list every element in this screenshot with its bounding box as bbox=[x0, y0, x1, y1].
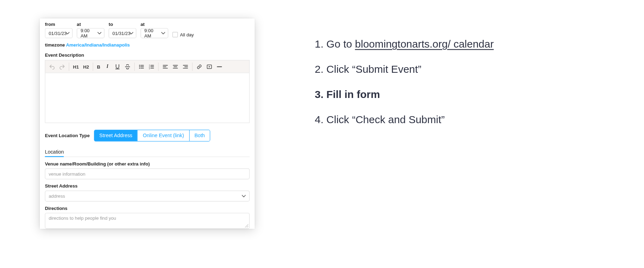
instructions-list: Go to bloomingtonarts.org/ calendar Clic… bbox=[310, 35, 494, 128]
location-type-row: Event Location Type Street Address Onlin… bbox=[45, 130, 250, 142]
location-type-both[interactable]: Both bbox=[189, 130, 210, 141]
to-date-select[interactable]: 01/31/23 bbox=[109, 28, 136, 38]
venue-placeholder: venue information bbox=[49, 171, 85, 176]
toolbar-separator bbox=[134, 62, 135, 71]
strikethrough-button[interactable] bbox=[122, 62, 133, 72]
video-button[interactable] bbox=[204, 62, 214, 72]
from-time-value: 9:00 AM bbox=[80, 28, 95, 38]
chevron-down-icon bbox=[242, 194, 246, 198]
at1-label: at bbox=[77, 22, 105, 27]
directions-label: Directions bbox=[45, 206, 250, 211]
toolbar-separator bbox=[158, 62, 158, 71]
from-time-select[interactable]: 9:00 AM bbox=[77, 28, 105, 38]
directions-textarea[interactable]: directions to help people find you bbox=[45, 213, 250, 229]
instructions-panel: Go to bloomingtonarts.org/ calendar Clic… bbox=[310, 35, 494, 136]
numbered-list-button[interactable]: 123 bbox=[146, 62, 157, 72]
resize-handle-icon[interactable] bbox=[244, 223, 248, 227]
address-placeholder: address bbox=[49, 193, 65, 198]
from-date-value: 01/31/23 bbox=[49, 31, 66, 36]
toolbar-separator bbox=[93, 62, 93, 71]
timezone-label: timezone bbox=[45, 42, 66, 47]
location-tab[interactable]: Location bbox=[45, 149, 64, 157]
svg-point-0 bbox=[139, 65, 140, 66]
allday-checkbox[interactable] bbox=[172, 32, 178, 37]
underline-button[interactable] bbox=[113, 62, 123, 72]
horizontal-rule-button[interactable] bbox=[214, 62, 224, 72]
chevron-down-icon bbox=[161, 31, 165, 35]
venue-label: Venue name/Room/Building (or other extra… bbox=[45, 161, 250, 166]
svg-point-1 bbox=[139, 66, 140, 67]
allday-wrapper: All day bbox=[172, 32, 194, 37]
timezone-line: timezone America/Indiana/Indianapolis bbox=[45, 42, 250, 47]
instruction-step-1: Go to bloomingtonarts.org/ calendar bbox=[327, 35, 494, 52]
chevron-down-icon bbox=[129, 31, 134, 35]
instruction-step-4: Click “Check and Submit” bbox=[327, 111, 494, 128]
at2-label: at bbox=[141, 22, 168, 27]
chevron-down-icon bbox=[97, 31, 101, 35]
address-label: Street Address bbox=[45, 183, 250, 188]
from-label: from bbox=[45, 22, 72, 27]
step1-prefix: Go to bbox=[327, 38, 355, 50]
location-type-online[interactable]: Online Event (link) bbox=[137, 130, 189, 141]
timezone-link[interactable]: America/Indiana/Indianapolis bbox=[66, 42, 130, 47]
address-input[interactable]: address bbox=[45, 191, 250, 202]
event-form-card: from 01/31/23 at 9:00 AM to bbox=[40, 19, 255, 229]
h1-button[interactable]: H1 bbox=[71, 62, 81, 72]
redo-icon[interactable] bbox=[57, 62, 67, 72]
to-label: to bbox=[109, 22, 136, 27]
to-date-value: 01/31/23 bbox=[113, 31, 130, 36]
bold-button[interactable]: B bbox=[95, 62, 102, 72]
link-button[interactable] bbox=[194, 62, 205, 72]
svg-text:3: 3 bbox=[149, 68, 150, 70]
location-type-street[interactable]: Street Address bbox=[94, 130, 137, 141]
undo-icon[interactable] bbox=[47, 62, 57, 72]
allday-label: All day bbox=[180, 32, 194, 37]
italic-button[interactable]: I bbox=[102, 62, 113, 72]
step1-link[interactable]: bloomingtonarts.org/ calendar bbox=[355, 38, 494, 50]
to-time-select[interactable]: 9:00 AM bbox=[141, 28, 168, 38]
instruction-step-3: Fill in form bbox=[327, 86, 494, 103]
toolbar-separator bbox=[192, 62, 193, 71]
location-type-segmented: Street Address Online Event (link) Both bbox=[94, 130, 210, 142]
svg-point-2 bbox=[139, 68, 140, 69]
align-center-button[interactable] bbox=[170, 62, 180, 72]
align-right-button[interactable] bbox=[180, 62, 191, 72]
directions-placeholder: directions to help people find you bbox=[49, 216, 116, 220]
from-date-select[interactable]: 01/31/23 bbox=[45, 28, 72, 38]
instruction-step-2: Click “Submit Event” bbox=[327, 61, 494, 77]
toolbar-separator bbox=[69, 62, 69, 71]
tab-underline bbox=[45, 157, 250, 157]
event-description-label: Event Description bbox=[45, 52, 250, 57]
datetime-row: from 01/31/23 at 9:00 AM to bbox=[45, 22, 250, 38]
location-type-label: Event Location Type bbox=[45, 133, 90, 138]
editor-toolbar: H1 H2 B I 123 bbox=[45, 60, 250, 73]
to-time-value: 9:00 AM bbox=[144, 28, 159, 38]
h2-button[interactable]: H2 bbox=[81, 62, 91, 72]
align-left-button[interactable] bbox=[160, 62, 170, 72]
venue-input[interactable]: venue information bbox=[45, 168, 250, 179]
bullet-list-button[interactable] bbox=[136, 62, 146, 72]
chevron-down-icon bbox=[65, 31, 70, 35]
description-editor[interactable] bbox=[45, 73, 250, 123]
